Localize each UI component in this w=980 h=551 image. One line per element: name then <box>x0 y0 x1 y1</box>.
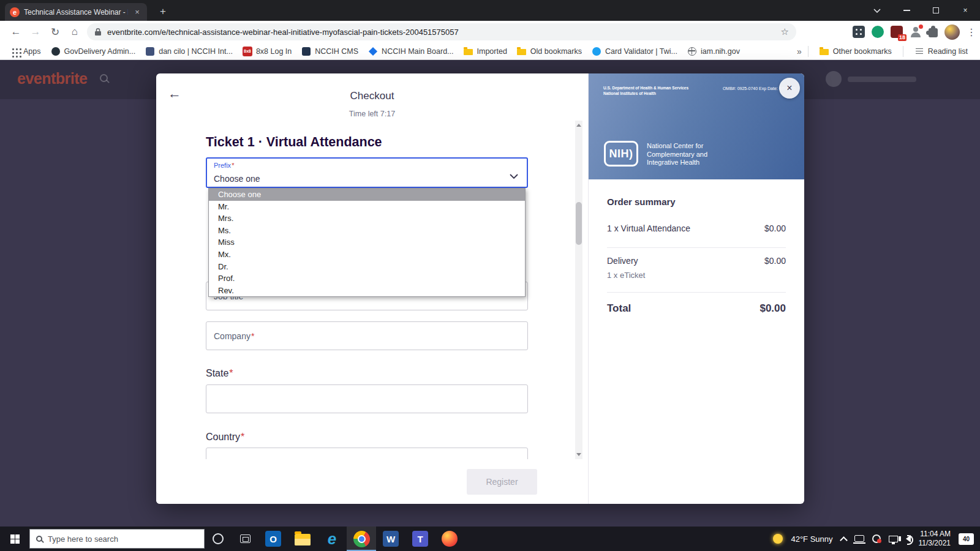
browser-menu-icon[interactable]: ⋮ <box>967 26 975 38</box>
taskbar-app-ie[interactable]: e <box>317 527 347 551</box>
prefix-option-mrs[interactable]: Mrs. <box>209 212 525 225</box>
bookmark-label: dan cilo | NCCIH Int... <box>159 47 233 56</box>
device-tray-icon[interactable] <box>854 535 864 542</box>
home-icon[interactable]: ⌂ <box>66 23 83 40</box>
bookmark-item-iam-nih[interactable]: iam.nih.gov <box>682 44 745 59</box>
prefix-option-miss[interactable]: Miss <box>209 236 525 249</box>
order-summary-panel: U.S. Department of Health & Human Servic… <box>588 73 804 504</box>
prefix-label: Prefix* <box>214 162 234 169</box>
other-bookmarks-button[interactable]: Other bookmarks <box>815 44 897 59</box>
state-field[interactable] <box>206 384 528 413</box>
reload-icon[interactable]: ↻ <box>47 23 64 40</box>
required-asterisk: * <box>251 331 254 341</box>
delivery-subtext: 1 x eTicket <box>607 271 645 280</box>
tray-overflow-chevron-icon[interactable] <box>840 536 848 544</box>
bookmark-label: GovDelivery Admin... <box>64 47 136 56</box>
user-avatar-dimmed <box>826 71 842 87</box>
search-icon <box>36 536 42 542</box>
board-diamond-icon <box>368 47 378 56</box>
register-button[interactable]: Register <box>467 469 537 495</box>
network-tray-icon[interactable] <box>889 536 898 542</box>
weather-text[interactable]: 42°F Sunny <box>791 534 832 544</box>
profile-extension-icon[interactable] <box>910 26 922 38</box>
reading-list-button[interactable]: Reading list <box>910 44 973 59</box>
taskbar-app-file-explorer[interactable] <box>288 527 317 551</box>
prefix-select[interactable]: Prefix* Choose one <box>206 157 528 188</box>
prefix-option-dr[interactable]: Dr. <box>209 261 525 273</box>
maximize-button[interactable] <box>921 0 951 21</box>
taskbar-app-chrome-active[interactable] <box>347 527 376 551</box>
word-icon: W <box>383 531 399 547</box>
checkout-modal: ← Checkout Time left 7:17 Ticket 1 · Vir… <box>156 73 804 504</box>
extension-green-icon[interactable] <box>872 26 884 38</box>
bookmark-item-card-validator[interactable]: Card Validator | Twi... <box>587 44 682 59</box>
address-bar[interactable]: eventbrite.com/e/technical-assistance-we… <box>87 23 796 40</box>
total-row: Total $0.00 <box>607 302 786 315</box>
clock-time: 11:04 AM <box>919 530 951 539</box>
url-text: eventbrite.com/e/technical-assistance-we… <box>107 28 775 37</box>
taskbar-app-pinned[interactable] <box>435 527 464 551</box>
bookmarks-overflow-icon[interactable]: » <box>797 47 802 56</box>
new-tab-button[interactable]: + <box>156 4 170 19</box>
browser-tab[interactable]: e Technical Assistance Webinar - H × <box>5 3 147 21</box>
taskbar-clock[interactable]: 11:04 AM 11/3/2021 <box>919 530 951 548</box>
app-status-tray-icon[interactable] <box>872 534 881 543</box>
system-tray: 42°F Sunny 11:04 AM 11/3/2021 40 <box>773 530 980 548</box>
reading-list-label: Reading list <box>928 47 968 56</box>
extensions-puzzle-icon[interactable] <box>929 28 938 37</box>
folder-icon <box>464 47 473 56</box>
window-controls: × <box>862 0 980 21</box>
bookmark-label: 8x8 Log In <box>256 47 292 56</box>
minimize-button[interactable] <box>892 0 921 21</box>
scrollbar-thumb[interactable] <box>576 202 582 245</box>
close-window-button[interactable]: × <box>951 0 980 21</box>
prefix-option-prof[interactable]: Prof. <box>209 272 525 285</box>
taskbar-app-outlook[interactable]: O <box>258 527 288 551</box>
prefix-option-rev[interactable]: Rev. <box>209 285 525 297</box>
bookmarks-right-cluster: » Other bookmarks Reading list <box>797 44 980 59</box>
bookmark-item-nccih-cms[interactable]: NCCIH CMS <box>296 44 363 59</box>
extension-grid-icon[interactable] <box>853 26 865 38</box>
task-view-button[interactable] <box>232 527 258 551</box>
checkout-title: Checkout <box>156 90 588 102</box>
scroll-down-icon[interactable] <box>575 450 582 459</box>
bookmark-item-apps[interactable]: Apps <box>5 44 46 59</box>
lock-icon <box>94 28 102 36</box>
taskbar-app-word[interactable]: W <box>376 527 405 551</box>
tab-search-chevron-icon[interactable] <box>862 0 892 21</box>
bookmark-item-8x8[interactable]: 8x88x8 Log In <box>238 44 296 59</box>
extension-badge-icon[interactable]: 18 <box>891 26 903 38</box>
back-icon[interactable]: ← <box>7 23 24 40</box>
bookmark-label: NCCIH CMS <box>315 47 358 56</box>
tab-title: Technical Assistance Webinar - H <box>24 8 128 17</box>
form-scrollbar[interactable] <box>575 121 582 459</box>
browser-profile-avatar[interactable] <box>944 24 960 40</box>
bookmark-item-imported[interactable]: Imported <box>459 44 512 59</box>
country-label: Country* <box>206 432 244 443</box>
bookmark-star-icon[interactable]: ☆ <box>781 26 789 37</box>
bookmark-item-nccih-board[interactable]: NCCIH Main Board... <box>363 44 458 59</box>
weather-sun-icon[interactable] <box>773 534 783 544</box>
bookmark-item-govdelivery[interactable]: GovDelivery Admin... <box>46 44 141 59</box>
start-button[interactable] <box>0 527 29 551</box>
prefix-option-ms[interactable]: Ms. <box>209 225 525 237</box>
bookmark-item-dan-cilo[interactable]: dan cilo | NCCIH Int... <box>140 44 238 59</box>
browser-navbar: ← → ↻ ⌂ eventbrite.com/e/technical-assis… <box>0 21 980 43</box>
bookmark-item-old-bookmarks[interactable]: Old bookmarks <box>512 44 587 59</box>
forward-icon[interactable]: → <box>27 23 44 40</box>
tab-close-icon[interactable]: × <box>132 7 142 17</box>
govdelivery-favicon-icon <box>51 47 61 56</box>
scroll-up-icon[interactable] <box>575 121 582 130</box>
other-bookmarks-label: Other bookmarks <box>833 47 892 56</box>
modal-close-icon[interactable]: × <box>779 78 800 99</box>
taskbar-app-teams[interactable]: T <box>405 527 435 551</box>
cortana-button[interactable] <box>205 527 232 551</box>
prefix-option-choose-one[interactable]: Choose one <box>209 189 525 201</box>
action-center-icon[interactable]: 40 <box>959 533 974 545</box>
volume-tray-icon[interactable] <box>906 535 911 542</box>
line-item-label: 1 x Virtual Attendance <box>607 223 690 233</box>
prefix-option-mr[interactable]: Mr. <box>209 201 525 213</box>
company-field[interactable]: Company* <box>206 321 528 350</box>
prefix-option-mx[interactable]: Mx. <box>209 249 525 261</box>
taskbar-search-box[interactable]: Type here to search <box>29 529 205 549</box>
